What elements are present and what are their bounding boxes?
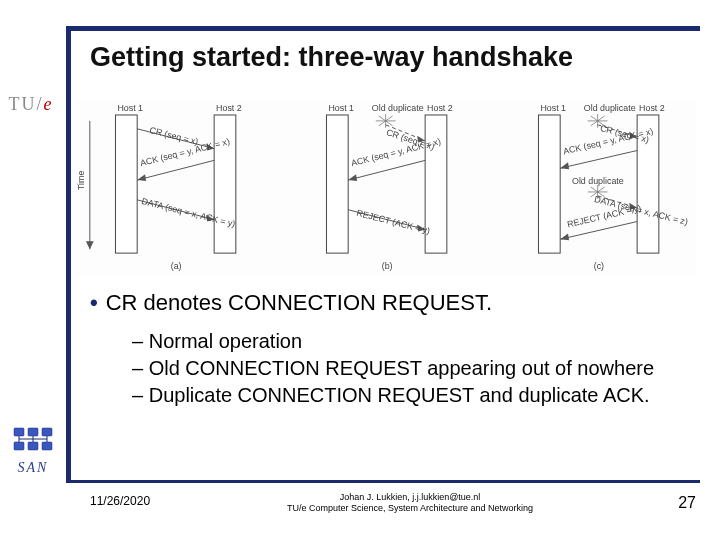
svg-text:Old duplicate: Old duplicate [584,103,636,113]
svg-rect-66 [14,442,24,450]
san-label: SAN [4,460,62,476]
brand-text: TU/ [9,94,44,114]
svg-rect-3 [214,115,236,253]
svg-text:Old duplicate: Old duplicate [572,176,624,186]
footer-date: 11/26/2020 [90,494,150,508]
page-number: 27 [678,494,696,512]
svg-text:(b): (b) [382,261,393,271]
svg-rect-63 [14,428,24,436]
brand-logo: TU/e [0,94,62,115]
svg-text:Host 2: Host 2 [639,103,665,113]
bullet-l1: •CR denotes CONNECTION REQUEST. [90,290,690,316]
panel-b: Host 1 Host 2 Old duplicate CR (seq = x)… [287,100,484,275]
bullet-l2-c: – Duplicate CONNECTION REQUEST and dupli… [132,382,690,409]
san-logo: SAN [4,424,62,476]
svg-text:REJECT (ACK = y): REJECT (ACK = y) [566,203,642,230]
svg-rect-64 [28,428,38,436]
footer-credits: Johan J. Lukkien, j.j.lukkien@tue.nl TU/… [190,492,630,514]
svg-rect-65 [42,428,52,436]
svg-text:(a): (a) [171,261,182,271]
svg-rect-19 [327,115,349,253]
svg-text:Host 1: Host 1 [540,103,566,113]
slide: TU/e Getting started: three-way handshak… [0,0,720,540]
left-rule [66,26,71,483]
svg-marker-30 [348,174,357,181]
svg-marker-11 [137,174,146,181]
svg-marker-49 [560,162,569,169]
svg-marker-60 [560,233,569,240]
svg-text:Host 1: Host 1 [329,103,355,113]
svg-text:Host 1: Host 1 [117,103,143,113]
brand-accent: e [44,94,54,114]
svg-marker-6 [86,241,94,249]
bullet-l2-a: – Normal operation [132,328,690,355]
svg-rect-2 [115,115,137,253]
svg-text:(c): (c) [593,261,603,271]
svg-rect-68 [42,442,52,450]
svg-rect-38 [538,115,560,253]
body-text: •CR denotes CONNECTION REQUEST. – Normal… [90,290,690,409]
l1-text: CR denotes CONNECTION REQUEST. [106,290,492,315]
svg-text:REJECT (ACK = y): REJECT (ACK = y) [356,208,432,236]
top-rule [66,26,700,31]
panel-a: Host 1 Host 2 Time CR (seq = x) ACK (seq… [76,100,273,275]
svg-text:CR (seq = x): CR (seq = x) [149,125,200,147]
panel-c: Host 1 Host 2 Old duplicate CR (seq = x)… [499,100,696,275]
footer: 11/26/2020 Johan J. Lukkien, j.j.lukkien… [0,490,720,530]
svg-rect-67 [28,442,38,450]
handshake-figure: Host 1 Host 2 Time CR (seq = x) ACK (seq… [76,100,696,275]
svg-text:Time: Time [76,171,86,190]
svg-text:Host 2: Host 2 [216,103,242,113]
bottom-rule [66,480,700,483]
svg-text:Host 2: Host 2 [427,103,453,113]
svg-text:Old duplicate: Old duplicate [372,103,424,113]
bullet-l2-b: – Old CONNECTION REQUEST appearing out o… [132,355,690,382]
slide-title: Getting started: three-way handshake [90,42,700,73]
